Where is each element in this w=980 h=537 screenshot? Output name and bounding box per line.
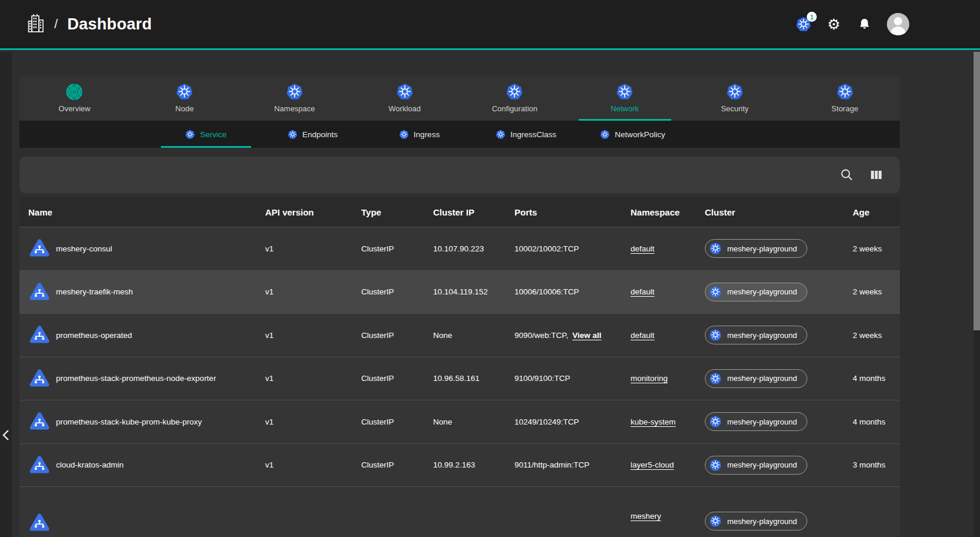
service-icon bbox=[28, 324, 51, 346]
column-header-name: Name bbox=[28, 207, 265, 217]
kubernetes-icon bbox=[288, 130, 298, 140]
api-version: v1 bbox=[265, 417, 273, 426]
cluster-chip[interactable]: meshery-playground bbox=[705, 326, 807, 344]
tab-configuration[interactable]: Configuration bbox=[460, 75, 570, 121]
age: 4 months bbox=[853, 374, 886, 383]
namespace-link[interactable]: kube-system bbox=[631, 417, 676, 426]
page-scrollbar bbox=[974, 52, 980, 537]
table-toolbar bbox=[19, 157, 900, 193]
ports: 10006/10006:TCP bbox=[514, 287, 579, 296]
cluster-ip: 10.107.90.223 bbox=[433, 244, 484, 253]
namespace-link[interactable]: layer5-cloud bbox=[631, 460, 674, 469]
scrollbar-thumb[interactable] bbox=[974, 52, 980, 330]
tab-storage[interactable]: Storage bbox=[790, 75, 900, 121]
kubernetes-icon bbox=[709, 459, 722, 472]
cluster-ip: 10.104.119.152 bbox=[433, 287, 488, 296]
subtab-label: Ingress bbox=[414, 130, 440, 139]
table-row[interactable]: meshery-consul v1 ClusterIP 10.107.90.22… bbox=[19, 227, 900, 270]
subtab-networkpolicy[interactable]: NetworkPolicy bbox=[579, 121, 686, 148]
subtab-service[interactable]: Service bbox=[153, 121, 259, 148]
tab-workload[interactable]: Workload bbox=[349, 75, 460, 121]
tab-overview[interactable]: Overview bbox=[19, 75, 130, 121]
ports: 10002/10002:TCP bbox=[514, 244, 579, 253]
cluster-name: meshery-playground bbox=[727, 517, 797, 526]
services-table: NameAPI versionTypeCluster IPPortsNamesp… bbox=[19, 197, 900, 537]
table-row[interactable]: prometheus-stack-prometheus-node-exporte… bbox=[19, 357, 900, 400]
kubernetes-icon bbox=[396, 83, 414, 101]
service-name: meshery-consul bbox=[56, 244, 112, 253]
cluster-chip[interactable]: meshery-playground bbox=[705, 456, 807, 475]
tab-label: Configuration bbox=[492, 104, 537, 113]
namespace-link[interactable]: default bbox=[631, 244, 655, 253]
cluster-chip[interactable]: meshery-playground bbox=[705, 369, 807, 388]
namespace-link[interactable]: meshery bbox=[631, 512, 661, 521]
left-rail bbox=[0, 52, 12, 537]
namespace-link[interactable]: monitoring bbox=[631, 374, 668, 383]
tab-network[interactable]: Network bbox=[570, 75, 680, 121]
subtab-endpoints[interactable]: Endpoints bbox=[259, 121, 366, 148]
cluster-chip[interactable]: meshery-playground bbox=[705, 512, 807, 531]
context-count-badge: 1 bbox=[807, 12, 817, 22]
tab-label: Security bbox=[721, 104, 748, 113]
namespace-link[interactable]: default bbox=[631, 287, 655, 296]
table-row[interactable]: prometheus-operated v1 ClusterIP None 90… bbox=[19, 313, 900, 357]
age: 2 weeks bbox=[853, 244, 882, 253]
cluster-chip[interactable]: meshery-playground bbox=[705, 412, 807, 431]
view-all-ports-link[interactable]: View all bbox=[572, 331, 601, 340]
resource-tabs: Overview Node Namespace Workload Configu… bbox=[19, 75, 900, 121]
settings-gear-icon[interactable]: ⚙ bbox=[826, 16, 842, 32]
age: 2 weeks bbox=[853, 331, 882, 340]
table-row[interactable]: cloud-kratos-admin v1 ClusterIP 10.99.2.… bbox=[19, 443, 900, 487]
api-version: v1 bbox=[265, 460, 273, 469]
service-type: ClusterIP bbox=[361, 287, 394, 296]
view-columns-icon[interactable] bbox=[869, 168, 883, 182]
table-row[interactable]: meshery meshery-playground bbox=[19, 486, 900, 537]
cluster-chip[interactable]: meshery-playground bbox=[705, 239, 807, 258]
tab-namespace[interactable]: Namespace bbox=[240, 75, 350, 121]
ports: 9011/http-admin:TCP bbox=[514, 460, 589, 469]
kubernetes-context-icon[interactable]: 1 bbox=[795, 16, 811, 32]
cluster-name: meshery-playground bbox=[727, 331, 797, 340]
column-header-type: Type bbox=[361, 207, 433, 217]
kubernetes-icon bbox=[185, 130, 195, 140]
service-type: ClusterIP bbox=[361, 331, 394, 340]
organization-icon[interactable] bbox=[27, 13, 45, 35]
tab-node[interactable]: Node bbox=[130, 75, 240, 121]
table-row[interactable]: prometheus-stack-kube-prom-kube-proxy v1… bbox=[19, 400, 900, 443]
tab-label: Overview bbox=[58, 104, 90, 113]
user-avatar[interactable] bbox=[887, 13, 909, 35]
service-type: ClusterIP bbox=[361, 460, 394, 469]
cluster-chip[interactable]: meshery-playground bbox=[705, 283, 807, 301]
subtab-label: Service bbox=[200, 130, 226, 139]
tab-label: Storage bbox=[831, 104, 859, 113]
tab-label: Node bbox=[176, 104, 194, 113]
service-name: prometheus-stack-prometheus-node-exporte… bbox=[56, 374, 216, 383]
cluster-ip: 10.99.2.163 bbox=[433, 460, 475, 469]
service-icon bbox=[28, 281, 51, 303]
cluster-name: meshery-playground bbox=[727, 460, 797, 469]
service-icon bbox=[28, 237, 51, 260]
tab-label: Workload bbox=[388, 104, 421, 113]
search-icon[interactable] bbox=[840, 168, 854, 182]
age: 3 months bbox=[853, 460, 886, 469]
column-header-namespace: Namespace bbox=[631, 207, 705, 217]
tab-security[interactable]: Security bbox=[680, 75, 790, 121]
namespace-link[interactable]: default bbox=[631, 331, 655, 340]
subtab-label: Endpoints bbox=[302, 130, 338, 139]
column-header-api-version: API version bbox=[265, 207, 361, 217]
service-icon bbox=[28, 410, 51, 433]
collapse-panel-chevron-icon[interactable] bbox=[1, 429, 11, 444]
table-row[interactable]: meshery-traefik-mesh v1 ClusterIP 10.104… bbox=[19, 270, 900, 314]
kubernetes-icon bbox=[709, 415, 722, 428]
api-version: v1 bbox=[265, 331, 273, 340]
header-actions: 1 ⚙ bbox=[795, 13, 909, 35]
notifications-bell-icon[interactable] bbox=[856, 16, 873, 32]
kubernetes-icon bbox=[176, 83, 193, 101]
kubernetes-icon bbox=[286, 83, 303, 101]
ports: 10249/10249:TCP bbox=[514, 417, 579, 426]
service-icon bbox=[28, 367, 51, 390]
subtab-ingressclass[interactable]: IngressClass bbox=[473, 121, 579, 148]
subtab-ingress[interactable]: Ingress bbox=[366, 121, 473, 148]
age: 2 weeks bbox=[853, 287, 882, 296]
cluster-ip: None bbox=[433, 331, 452, 340]
